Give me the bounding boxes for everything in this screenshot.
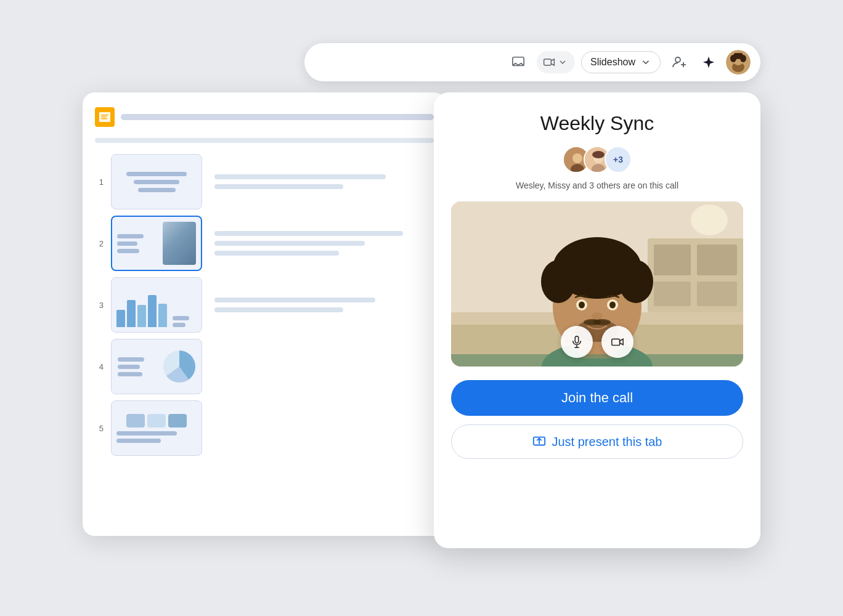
svg-point-7 <box>675 57 680 62</box>
svg-point-52 <box>593 319 611 325</box>
svg-point-48 <box>609 302 616 309</box>
slide-item-2[interactable]: 2 <box>95 216 434 271</box>
add-person-icon <box>672 55 686 70</box>
slide-thumbnail-5[interactable] <box>111 400 202 456</box>
chevron-down-icon-slideshow <box>640 57 651 68</box>
participants-text: Wesley, Missy and 3 others are on this c… <box>516 180 678 190</box>
video-controls <box>561 326 633 358</box>
svg-rect-29 <box>654 245 691 275</box>
svg-point-25 <box>592 151 605 158</box>
main-scene: 1 2 <box>83 43 760 573</box>
slide-thumbnail-4[interactable] <box>111 339 202 394</box>
participant-count-badge: +3 <box>605 146 632 173</box>
slides-icon <box>95 107 115 127</box>
slide-item-3[interactable]: 3 <box>95 277 434 333</box>
svg-rect-6 <box>544 59 552 65</box>
slide-3-text <box>169 316 197 327</box>
slide-number-2: 2 <box>95 239 104 248</box>
svg-marker-58 <box>620 339 624 344</box>
add-person-button[interactable] <box>667 50 691 75</box>
slide-bar-chart <box>116 295 167 327</box>
slide-number-5: 5 <box>95 424 104 433</box>
present-tab-label: Just present this tab <box>552 435 662 449</box>
slide-line <box>138 188 176 192</box>
svg-point-18 <box>738 53 743 59</box>
video-preview <box>451 201 743 367</box>
slide-content-3 <box>210 298 434 312</box>
slide-thumbnail-2[interactable] <box>111 216 202 271</box>
microphone-icon <box>570 335 584 349</box>
spark-icon <box>702 55 715 69</box>
svg-rect-32 <box>697 282 737 306</box>
slide-content-2 <box>210 231 434 256</box>
slides-panel: 1 2 <box>83 92 446 536</box>
svg-marker-10 <box>703 57 714 68</box>
slide-thumbnail-3[interactable] <box>111 277 202 333</box>
camera-button[interactable] <box>601 326 633 358</box>
svg-point-33 <box>691 205 728 235</box>
svg-rect-54 <box>575 336 579 343</box>
slide-line <box>126 172 187 176</box>
chevron-down-icon <box>558 57 568 67</box>
svg-rect-57 <box>612 339 620 345</box>
slide-thumbnail-1[interactable] <box>111 154 202 209</box>
slide-number-1: 1 <box>95 177 104 187</box>
slide-2-text <box>117 222 158 265</box>
slide-list: 1 2 <box>95 154 434 456</box>
slides-header <box>95 107 434 127</box>
mute-button[interactable] <box>561 326 593 358</box>
chat-icon <box>511 55 525 69</box>
slide-5-boxes <box>126 414 187 428</box>
slide-2-image <box>163 222 196 265</box>
toolbar: Slideshow <box>304 43 760 81</box>
call-title: Weekly Sync <box>540 112 654 135</box>
svg-rect-3 <box>101 116 107 118</box>
chat-button[interactable] <box>506 50 531 75</box>
participants-avatars: +3 <box>563 146 632 173</box>
camera-icon <box>611 335 624 349</box>
svg-rect-30 <box>697 245 737 275</box>
slide-item-1[interactable]: 1 <box>95 154 434 209</box>
svg-rect-31 <box>654 282 691 306</box>
present-icon <box>532 435 546 448</box>
slide-number-4: 4 <box>95 362 104 371</box>
svg-rect-4 <box>101 118 107 120</box>
svg-point-17 <box>733 53 738 59</box>
toolbar-avatar-image <box>726 50 751 75</box>
slideshow-button[interactable]: Slideshow <box>581 51 661 73</box>
svg-point-49 <box>592 312 603 320</box>
svg-point-47 <box>579 302 585 309</box>
slideshow-label: Slideshow <box>590 57 635 68</box>
slides-nav-placeholder <box>95 138 434 143</box>
present-tab-button[interactable]: Just present this tab <box>451 424 743 459</box>
svg-rect-2 <box>101 115 108 116</box>
svg-point-20 <box>572 153 582 163</box>
slide-content-1 <box>210 174 434 189</box>
spark-button[interactable] <box>698 51 720 73</box>
slides-title-placeholder <box>121 114 434 120</box>
toolbar-avatar[interactable] <box>726 50 751 75</box>
slide-item-5[interactable]: 5 <box>95 400 434 456</box>
call-panel: Weekly Sync +3 Wesley, Missy and 3 ot <box>434 92 760 548</box>
video-button[interactable] <box>537 51 575 73</box>
slide-pie-chart <box>163 351 195 383</box>
slide-item-4[interactable]: 4 <box>95 339 434 394</box>
slide-number-3: 3 <box>95 301 104 310</box>
video-icon <box>543 56 555 68</box>
svg-point-44 <box>566 245 628 282</box>
slide-line <box>134 180 179 184</box>
slide-4-text <box>118 357 158 376</box>
join-call-button[interactable]: Join the call <box>451 380 743 416</box>
